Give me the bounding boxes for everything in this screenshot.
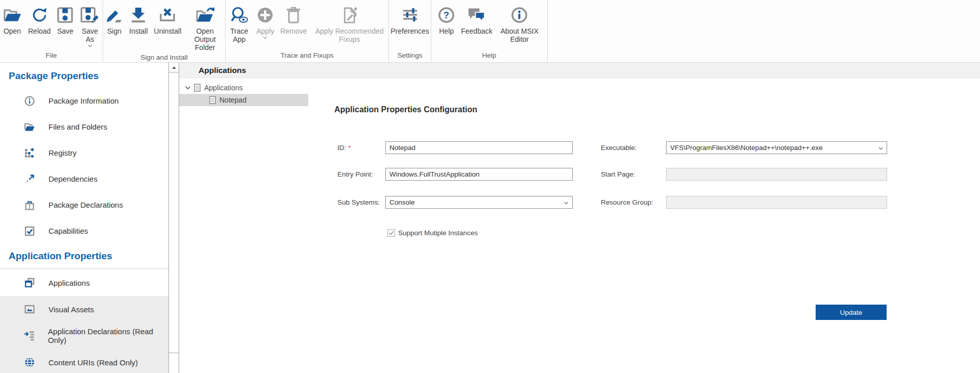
sidebar-item-label: Applications	[48, 279, 90, 287]
open-button[interactable]: Open	[0, 3, 24, 36]
sidebar-item-label: Capabilities	[48, 227, 88, 235]
sidebar-scrollbar[interactable]	[168, 63, 179, 373]
sidebar-item-package-information[interactable]: Package Information	[0, 88, 168, 114]
ribbon-group-label-file: File	[0, 51, 103, 62]
scroll-up-button[interactable]	[169, 63, 179, 72]
section-heading-package-properties: Package Properties	[0, 63, 168, 88]
apply-button[interactable]: Apply	[254, 3, 277, 40]
open-output-folder-button-label: Open Output Folder	[187, 27, 223, 52]
form-row-1: ID: * Executable: VFS\ProgramFilesX86\No…	[315, 141, 980, 154]
sidebar-item-files-and-folders[interactable]: Files and Folders	[0, 114, 168, 140]
required-asterisk: *	[348, 144, 351, 152]
help-question-icon: ?	[438, 4, 455, 26]
ribbon-group-file: Open Reload Save Save As	[0, 0, 103, 62]
reload-icon	[32, 4, 47, 26]
chevron-down-icon	[878, 147, 883, 150]
save-icon	[57, 4, 74, 26]
form-title: Application Properties Configuration	[334, 105, 477, 114]
application-properties-form: Application Properties Configuration ID:…	[315, 79, 980, 373]
sub-systems-combobox[interactable]: Console	[385, 196, 573, 209]
install-arrow-icon	[130, 4, 146, 26]
image-icon	[23, 304, 35, 315]
form-row-3: Sub Systems: Console Resource Group:	[315, 196, 980, 209]
id-label: ID: *	[337, 141, 351, 154]
sidebar-item-label: Registry	[48, 148, 77, 157]
ribbon-group-file-buttons: Open Reload Save Save As	[0, 3, 103, 48]
ribbon-group-sign-and-install: Sign Install Uninstall Open Output Folde…	[103, 0, 226, 62]
fixups-wrench-icon	[341, 4, 358, 26]
entry-point-input[interactable]	[385, 168, 573, 181]
trace-app-button[interactable]: Trace App	[226, 3, 253, 44]
sidebar-item-visual-assets[interactable]: Visual Assets	[0, 296, 168, 322]
reload-button[interactable]: Reload	[26, 3, 53, 36]
sidebar-item-application-declarations[interactable]: Application Declarations (Read Only)	[0, 322, 168, 349]
ribbon-spacer	[548, 0, 980, 62]
about-msix-editor-button[interactable]: About MSIX Editor	[496, 3, 543, 44]
sign-button[interactable]: Sign	[103, 3, 126, 36]
sidebar-item-label: Package Information	[48, 96, 119, 105]
chevron-expanded-icon[interactable]	[185, 86, 191, 90]
sub-systems-label: Sub Systems:	[337, 196, 380, 209]
sidebar-item-dependencies[interactable]: Dependencies	[0, 166, 168, 192]
remove-button-label: Remove	[280, 27, 307, 35]
open-folder-icon	[3, 4, 22, 26]
info-circle-icon	[23, 95, 35, 107]
list-arrow-icon	[23, 330, 35, 341]
tree-node-label: Notepad	[219, 96, 247, 104]
apply-plus-icon	[257, 4, 274, 26]
open-output-folder-icon	[195, 4, 215, 26]
navigation-sidebar: Package Properties Package Information F…	[0, 63, 168, 373]
preferences-button[interactable]: Preferences	[388, 3, 431, 36]
trace-app-magnifier-icon	[230, 4, 249, 26]
apply-recommended-fixups-button-label: Apply Recommended Fixups	[313, 27, 386, 43]
ribbon-toolbar: Open Reload Save Save As	[0, 0, 980, 63]
install-button[interactable]: Install	[127, 3, 151, 36]
ribbon-group-label-settings: Settings	[389, 51, 431, 62]
sidebar-item-registry[interactable]: Registry	[0, 140, 168, 166]
resource-group-label: Resource Group:	[601, 196, 653, 209]
dropdown-chevron-icon	[88, 44, 92, 47]
support-multiple-instances-checkbox[interactable]: Support Mutiple Instances	[387, 229, 478, 237]
executable-combobox[interactable]: VFS\ProgramFilesX86\Notepad++\notepad++.…	[666, 141, 887, 154]
app-windows-icon	[23, 277, 35, 288]
ribbon-group-settings: Preferences Settings	[389, 0, 431, 62]
id-input[interactable]	[385, 141, 573, 154]
sign-pencil-icon	[106, 4, 123, 26]
checkbox-box	[387, 229, 395, 237]
triangle-up-icon	[172, 66, 177, 69]
open-button-label: Open	[4, 27, 21, 35]
content-header-title: Applications	[179, 63, 980, 78]
feedback-button[interactable]: Feedback	[458, 3, 495, 36]
feedback-button-label: Feedback	[461, 27, 492, 35]
help-button[interactable]: ? Help	[435, 3, 457, 36]
ribbon-group-help-buttons: ? Help Feedback About MSIX Editor	[431, 3, 547, 44]
update-button[interactable]: Update	[816, 305, 887, 320]
sidebar-item-label: Files and Folders	[48, 122, 107, 131]
preferences-button-label: Preferences	[390, 27, 429, 35]
sidebar-item-content-uris[interactable]: Content URIs (Read Only)	[0, 349, 168, 373]
save-button[interactable]: Save	[54, 3, 76, 36]
sidebar-item-package-declarations[interactable]: Package Declarations	[0, 192, 168, 218]
save-as-button[interactable]: Save As	[77, 3, 103, 48]
sidebar-item-capabilities[interactable]: Capabilities	[0, 218, 168, 244]
tree-node-applications[interactable]: Applications	[179, 82, 315, 94]
ribbon-group-label-help: Help	[431, 51, 547, 62]
open-output-folder-button[interactable]: Open Output Folder	[185, 3, 225, 53]
tree-node-label: Applications	[204, 84, 243, 92]
document-icon	[209, 96, 216, 104]
content-header: Applications	[179, 63, 980, 78]
start-page-label: Start Page:	[601, 168, 635, 181]
sidebar-item-applications[interactable]: Applications	[0, 269, 168, 296]
ribbon-group-settings-buttons: Preferences	[389, 3, 431, 36]
save-button-label: Save	[57, 27, 74, 35]
tree-node-notepad[interactable]: Notepad	[179, 94, 308, 106]
id-label-text: ID:	[337, 144, 346, 152]
apply-recommended-fixups-button[interactable]: Apply Recommended Fixups	[310, 3, 388, 44]
sidebar-item-label: Visual Assets	[48, 305, 94, 314]
uninstall-button[interactable]: Uninstall	[152, 3, 184, 36]
executable-label: Executable:	[601, 141, 637, 154]
chevron-down-icon	[564, 202, 569, 205]
dropdown-chevron-icon	[263, 36, 267, 39]
remove-button[interactable]: Remove	[278, 3, 309, 36]
scrollbar-thumb[interactable]	[169, 73, 179, 353]
